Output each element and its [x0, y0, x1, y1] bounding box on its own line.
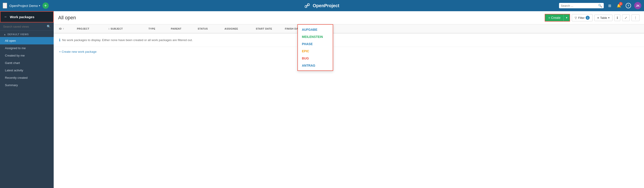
nav-right: 🔍 ⊞ 🔔 2 ? JK	[559, 2, 641, 9]
logo-icon	[305, 3, 311, 8]
filter-icon: ▽	[575, 16, 577, 20]
filter-button[interactable]: ▽ Filter 1	[572, 14, 592, 21]
notification-badge: 2	[619, 2, 622, 6]
grid-icon-button[interactable]: ⊞	[606, 2, 613, 9]
work-packages-table: ID ↑ PROJECT ↕ SUBJECT TYPE PARENT STATU	[54, 25, 644, 188]
sidebar-item-created-by-me[interactable]: Created by me	[0, 52, 54, 59]
column-type[interactable]: TYPE	[147, 25, 169, 33]
dropdown-item-aufgabe[interactable]: AUFGABE	[298, 26, 333, 33]
hamburger-button[interactable]: ☰	[3, 3, 7, 9]
dropdown-item-phase[interactable]: PHASE	[298, 40, 333, 48]
help-icon: ?	[626, 3, 631, 8]
fullscreen-icon: ⤢	[624, 16, 627, 20]
info-button[interactable]: ℹ	[614, 14, 620, 21]
table-icon: ≡	[597, 16, 599, 20]
column-project[interactable]: PROJECT	[75, 25, 106, 33]
main-layout: ← Work packages 🔍 ▲ DEFAULT VIEWS All op…	[0, 11, 644, 188]
empty-info-icon: ℹ	[59, 38, 60, 42]
content-header: All open + Create ▾ ▽ Filter 1 ≡ Table	[54, 11, 644, 25]
dropdown-item-meilenstein[interactable]: MEILENSTEIN	[298, 33, 333, 40]
search-icon: 🔍	[598, 4, 602, 8]
more-icon: ⋮	[634, 16, 637, 20]
info-icon: ℹ	[617, 16, 618, 20]
column-start-date[interactable]: START DATE	[254, 25, 283, 33]
filter-count-badge: 1	[586, 16, 590, 20]
content-area: All open + Create ▾ ▽ Filter 1 ≡ Table	[54, 11, 644, 188]
more-options-button[interactable]: ⋮	[632, 14, 640, 21]
create-type-dropdown: AUFGABE MEILENSTEIN PHASE EPIC BUG ANTRA…	[298, 24, 333, 71]
empty-state-message: ℹ No work packages to display. Either no…	[54, 33, 644, 47]
sidebar-item-assigned-to-me[interactable]: Assigned to me	[0, 44, 54, 52]
search-input[interactable]	[561, 4, 597, 8]
table-header-row: ID ↑ PROJECT ↕ SUBJECT TYPE PARENT STATU	[54, 25, 644, 33]
nav-left: ☰ OpenProject Demo ▾ +	[3, 3, 557, 9]
dropdown-item-antrag[interactable]: ANTRAG	[298, 62, 333, 69]
notifications-button[interactable]: 🔔 2	[616, 2, 622, 9]
new-project-button[interactable]: +	[42, 3, 49, 9]
back-arrow-icon: ←	[4, 15, 8, 19]
column-subject[interactable]: ↕ SUBJECT	[106, 25, 147, 33]
create-dropdown-button[interactable]: ▾	[564, 14, 570, 21]
dropdown-item-epic[interactable]: EPIC	[298, 48, 333, 55]
sidebar-search-input[interactable]	[3, 25, 45, 28]
create-row-label: + Create new work package	[59, 50, 96, 53]
default-views-section[interactable]: ▲ DEFAULT VIEWS	[0, 31, 54, 37]
sidebar-search-icon: 🔍	[47, 25, 50, 28]
logo: OpenProject	[305, 3, 340, 8]
table-label: Table	[600, 16, 607, 20]
nav-center: OpenProject	[305, 3, 340, 8]
sidebar-title: Work packages	[10, 15, 34, 19]
top-navigation: ☰ OpenProject Demo ▾ + OpenProject 🔍 ⊞ 🔔…	[0, 0, 644, 11]
table-caret-icon: ▾	[608, 16, 610, 19]
sidebar: ← Work packages 🔍 ▲ DEFAULT VIEWS All op…	[0, 11, 54, 188]
sidebar-item-all-open[interactable]: All open	[0, 37, 54, 44]
filter-label: Filter	[578, 16, 584, 20]
column-parent[interactable]: PARENT	[169, 25, 196, 33]
page-title: All open	[58, 15, 542, 21]
empty-state-text: No work packages to display. Either none…	[62, 38, 193, 42]
column-status[interactable]: STATUS	[196, 25, 223, 33]
section-title-label: DEFAULT VIEWS	[8, 33, 28, 36]
create-main-button[interactable]: + Create	[545, 14, 564, 21]
global-search[interactable]: 🔍	[559, 3, 604, 8]
create-work-package-row[interactable]: + Create new work package	[54, 47, 644, 57]
grid-icon: ⊞	[608, 4, 611, 8]
table-view-button[interactable]: ≡ Table ▾	[594, 15, 612, 21]
sidebar-search-container: 🔍	[0, 22, 54, 31]
column-assignee[interactable]: ASSIGNEE	[223, 25, 254, 33]
section-caret-icon: ▲	[4, 33, 6, 36]
sidebar-item-gantt-chart[interactable]: Gantt chart	[0, 59, 54, 67]
logo-text: OpenProject	[313, 3, 340, 8]
fullscreen-button[interactable]: ⤢	[622, 14, 630, 21]
create-button-group: + Create ▾	[545, 14, 570, 22]
sidebar-item-recently-created[interactable]: Recently created	[0, 74, 54, 81]
dropdown-item-bug[interactable]: BUG	[298, 55, 333, 62]
help-button[interactable]: ?	[625, 2, 632, 9]
avatar[interactable]: JK	[634, 2, 641, 9]
project-name[interactable]: OpenProject Demo ▾	[10, 4, 40, 8]
sidebar-item-latest-activity[interactable]: Latest activity	[0, 67, 54, 74]
header-actions: + Create ▾ ▽ Filter 1 ≡ Table ▾ ℹ	[545, 14, 640, 22]
sidebar-item-summary[interactable]: Summary	[0, 81, 54, 89]
column-id[interactable]: ID ↑	[57, 25, 75, 33]
sidebar-back-button[interactable]: ← Work packages	[0, 11, 54, 22]
